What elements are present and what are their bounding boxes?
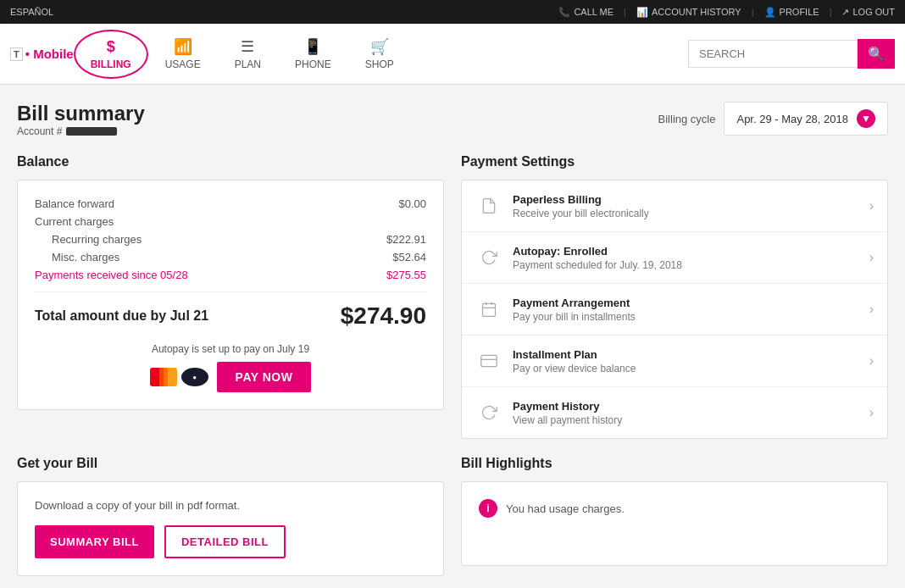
payments-amount: $275.55 — [386, 269, 426, 281]
other-card-icon: ● — [181, 368, 208, 386]
autopay-icon — [475, 244, 502, 271]
installment-icon — [475, 347, 502, 374]
get-bill-title: Get your Bill — [17, 456, 444, 471]
billing-cycle-selector[interactable]: Apr. 29 - May 28, 2018 ▼ — [724, 102, 888, 136]
profile-icon: 👤 — [764, 7, 776, 18]
card-icons: ● — [150, 368, 208, 386]
payment-settings-column: Payment Settings Paperless Billing Recei… — [461, 154, 888, 439]
bill-highlights-title: Bill Highlights — [461, 456, 888, 471]
logout-link[interactable]: ↗ LOG OUT — [841, 7, 895, 18]
autopay-title: Autopay: Enrolled — [513, 245, 869, 258]
balance-forward-label: Balance forward — [35, 197, 114, 210]
arrangement-subtitle: Pay your bill in installments — [513, 311, 869, 323]
total-row: Total amount due by Jul 21 $274.90 — [35, 302, 426, 330]
usage-icon: 📶 — [174, 37, 192, 56]
nav-shop[interactable]: 🛒 SHOP — [348, 31, 411, 77]
svg-rect-0 — [483, 303, 496, 316]
balance-card: Balance forward $0.00 Current charges Re… — [17, 180, 444, 410]
recurring-charges-row: Recurring charges $222.91 — [35, 233, 426, 246]
account-number: Account # — [17, 125, 145, 137]
top-bar-right: 📞 CALL ME | 📊 ACCOUNT HISTORY | 👤 PROFIL… — [558, 7, 895, 18]
nav-items: $ BILLING 📶 USAGE ☰ PLAN 📱 PHONE 🛒 SHOP — [74, 30, 411, 79]
nav-bar: T • Mobile $ BILLING 📶 USAGE ☰ PLAN 📱 PH… — [0, 24, 905, 85]
autopay-section: Autopay is set up to pay on July 19 ● PA… — [35, 343, 426, 392]
highlight-info-icon: i — [479, 499, 497, 518]
bill-header: Bill summary Account # Billing cycle Apr… — [17, 102, 888, 137]
balance-forward-row: Balance forward $0.00 — [35, 197, 426, 210]
main-two-col: Balance Balance forward $0.00 Current ch… — [17, 154, 888, 439]
autopay-actions: ● PAY NOW — [35, 362, 426, 392]
svg-rect-4 — [481, 355, 497, 366]
total-amount: $274.90 — [341, 302, 426, 330]
mastercard-icon — [150, 368, 177, 386]
paperless-billing-item[interactable]: Paperless Billing Receive your bill elec… — [462, 180, 887, 232]
paperless-icon — [475, 192, 502, 219]
bill-title: Bill summary Account # — [17, 102, 145, 137]
nav-phone[interactable]: 📱 PHONE — [278, 31, 348, 77]
language-toggle[interactable]: ESPAÑOL — [10, 7, 53, 17]
autopay-text: Autopay is set up to pay on July 19 — [35, 343, 426, 355]
phone-nav-icon: 📱 — [303, 37, 322, 56]
pay-now-button[interactable]: PAY NOW — [217, 362, 312, 392]
arrangement-text-block: Payment Arrangement Pay your bill in ins… — [513, 297, 869, 323]
get-bill-column: Get your Bill Download a copy of your bi… — [17, 456, 444, 576]
balance-divider — [35, 291, 426, 292]
chevron-right-icon-5: › — [869, 405, 874, 420]
call-me-link[interactable]: 📞 CALL ME — [558, 7, 614, 18]
arrangement-icon — [475, 296, 502, 323]
main-content: Bill summary Account # Billing cycle Apr… — [0, 85, 905, 588]
tmobile-logo: T • Mobile — [10, 47, 74, 61]
top-bar-left: ESPAÑOL — [10, 7, 53, 17]
autopay-text-block: Autopay: Enrolled Payment scheduled for … — [513, 245, 869, 271]
autopay-item[interactable]: Autopay: Enrolled Payment scheduled for … — [462, 232, 887, 284]
current-charges-label: Current charges — [35, 215, 114, 228]
billing-icon: $ — [107, 38, 115, 56]
nav-billing[interactable]: $ BILLING — [74, 30, 148, 79]
payments-label: Payments received since 05/28 — [35, 269, 188, 281]
phone-icon: 📞 — [558, 7, 570, 18]
payment-settings-card: Paperless Billing Receive your bill elec… — [461, 180, 888, 439]
page-title: Bill summary — [17, 102, 145, 125]
nav-usage[interactable]: 📶 USAGE — [148, 31, 218, 77]
paperless-billing-subtitle: Receive your bill electronically — [513, 208, 869, 219]
account-history-link[interactable]: 📊 ACCOUNT HISTORY — [636, 7, 741, 18]
installment-title: Installment Plan — [513, 348, 869, 361]
get-bill-card: Download a copy of your bill in pdf form… — [17, 481, 444, 576]
search-bar: 🔍 — [688, 39, 895, 69]
account-redacted — [66, 127, 117, 136]
search-input[interactable] — [688, 40, 858, 68]
recurring-charges-label: Recurring charges — [52, 233, 142, 246]
billing-cycle: Billing cycle Apr. 29 - May 28, 2018 ▼ — [658, 102, 888, 136]
recurring-charges-amount: $222.91 — [386, 233, 426, 246]
payment-settings-title: Payment Settings — [461, 154, 888, 169]
balance-forward-amount: $0.00 — [398, 197, 426, 210]
misc-charges-amount: $52.64 — [392, 251, 426, 263]
chevron-down-icon: ▼ — [857, 109, 875, 128]
bill-highlights-column: Bill Highlights i You had usage charges. — [461, 456, 888, 576]
chevron-right-icon-3: › — [869, 302, 874, 317]
payment-arrangement-item[interactable]: Payment Arrangement Pay your bill in ins… — [462, 284, 887, 336]
installment-plan-item[interactable]: Installment Plan Pay or view device bala… — [462, 336, 887, 387]
search-button[interactable]: 🔍 — [858, 39, 895, 69]
nav-plan[interactable]: ☰ PLAN — [218, 31, 278, 77]
autopay-subtitle: Payment scheduled for July. 19, 2018 — [513, 259, 869, 271]
bottom-two-col: Get your Bill Download a copy of your bi… — [17, 456, 888, 576]
misc-charges-row: Misc. charges $52.64 — [35, 251, 426, 263]
summary-bill-button[interactable]: SUMMARY BILL — [35, 525, 154, 558]
profile-link[interactable]: 👤 PROFILE — [764, 7, 819, 18]
logout-icon: ↗ — [841, 7, 849, 18]
highlight-text: You had usage charges. — [506, 502, 625, 515]
payment-history-text-block: Payment History View all payment history — [513, 400, 869, 426]
paperless-billing-text: Paperless Billing Receive your bill elec… — [513, 193, 869, 219]
balance-section-title: Balance — [17, 154, 444, 169]
installment-subtitle: Pay or view device balance — [513, 363, 869, 374]
top-bar: ESPAÑOL 📞 CALL ME | 📊 ACCOUNT HISTORY | … — [0, 0, 905, 24]
payment-history-title: Payment History — [513, 400, 869, 413]
history-icon: 📊 — [636, 7, 648, 18]
detailed-bill-button[interactable]: DETAILED BILL — [164, 525, 286, 558]
installment-text-block: Installment Plan Pay or view device bala… — [513, 348, 869, 374]
payment-history-subtitle: View all payment history — [513, 414, 869, 426]
shop-icon: 🛒 — [370, 37, 389, 56]
chevron-right-icon: › — [869, 198, 874, 214]
payment-history-item[interactable]: Payment History View all payment history… — [462, 387, 887, 438]
